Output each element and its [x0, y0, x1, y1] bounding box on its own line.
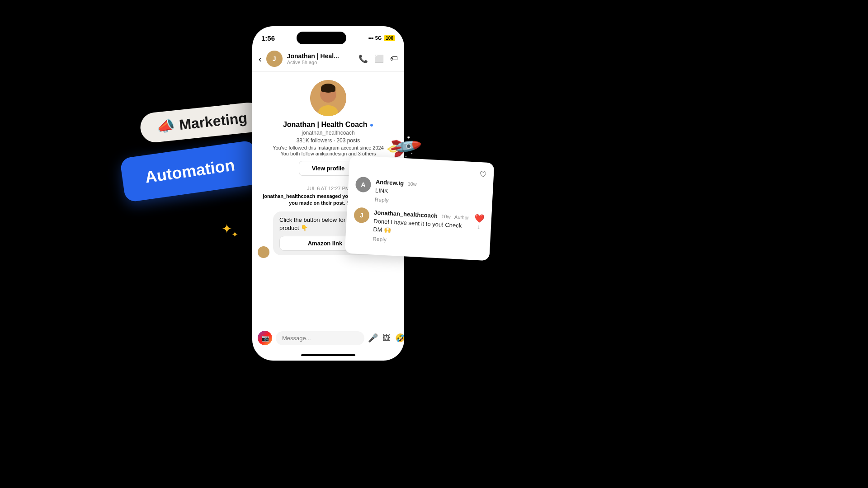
profile-followed-text: You've followed this Instagram account s… [273, 145, 384, 150]
dynamic-island [297, 32, 346, 44]
home-bar [301, 354, 355, 356]
profile-avatar [310, 80, 346, 116]
svg-rect-4 [321, 88, 335, 92]
gallery-icon[interactable]: 🖼 [382, 333, 391, 343]
marketing-text: Marketing [178, 109, 248, 133]
info-icon[interactable]: 🏷 [390, 54, 398, 63]
comment-body-andrew: Andrew.ig 10w LINK Reply [374, 178, 486, 209]
dm-contact-status: Active 5h ago [287, 60, 354, 65]
dm-contact-name: Jonathan | Heal... [287, 52, 354, 60]
heart-icon[interactable]: ♡ [479, 169, 487, 180]
marketing-label: 📣 Marketing [139, 101, 265, 144]
dm-contact-avatar: J [266, 51, 283, 67]
andrew-avatar: A [355, 177, 372, 193]
profile-avatar-svg [310, 80, 346, 116]
input-bar: 📷 🎤 🖼 🤣 ⊕ [252, 326, 404, 350]
message-input[interactable] [276, 331, 364, 345]
back-button[interactable]: ‹ [259, 54, 262, 64]
phone-call-icon[interactable]: 📞 [359, 54, 368, 64]
dm-contact-info: Jonathan | Heal... Active 5h ago [287, 52, 354, 65]
battery-level: 100 [384, 35, 395, 41]
video-call-icon[interactable]: ⬜ [374, 54, 384, 64]
signal-icon: ▪▪▪ 5G [368, 35, 382, 41]
jonathan-text: Done! I have sent it to you! Check DM 🙌 [373, 217, 470, 239]
sender-mini-avatar [258, 246, 269, 258]
microphone-icon[interactable]: 🎤 [368, 333, 378, 343]
comment-card-overlay: ♡ A Andrew.ig 10w LINK Reply J Jonathan_… [345, 155, 495, 261]
verified-badge: ● [370, 121, 373, 128]
automation-card: Automation [120, 140, 260, 203]
filled-heart-icon[interactable]: ❤️ [474, 214, 484, 224]
camera-icon-wrap[interactable]: 📷 [258, 331, 272, 345]
profile-stats: 381K followers · 203 posts [297, 137, 360, 144]
comment-item-andrew: A Andrew.ig 10w LINK Reply [355, 177, 486, 209]
jonathan-badge: Author [454, 214, 469, 221]
heart-count: 1 [477, 225, 481, 230]
automation-text: Automation [144, 155, 236, 186]
dm-actions: 📞 ⬜ 🏷 [359, 54, 398, 64]
sticker-icon[interactable]: 🤣 [395, 333, 404, 343]
comment-like: ❤️ 1 [474, 214, 485, 230]
status-bar: 1:56 ▪▪▪ 5G 100 [252, 26, 404, 47]
jonathan-comment-avatar: J [354, 207, 370, 224]
input-icons: 🎤 🖼 🤣 ⊕ [368, 332, 404, 344]
status-right: ▪▪▪ 5G 100 [368, 35, 395, 41]
comment-item-jonathan: J Jonathan_healthcoach 10w Author Done! … [353, 207, 484, 248]
dm-header: ‹ J Jonathan | Heal... Active 5h ago 📞 ⬜… [252, 47, 404, 72]
profile-name: Jonathan | Health Coach ● [283, 121, 373, 129]
status-time: 1:56 [261, 34, 275, 42]
megaphone-icon: 📣 [156, 117, 176, 136]
andrew-username: Andrew.ig [376, 178, 404, 187]
home-indicator [252, 350, 404, 361]
camera-icon: 📷 [261, 334, 269, 342]
comment-body-jonathan: Jonathan_healthcoach 10w Author Done! I … [373, 208, 470, 247]
andrew-time: 10w [407, 181, 417, 187]
profile-handle: jonathan_healthcoach [302, 130, 354, 136]
jonathan-time: 10w [441, 214, 451, 220]
